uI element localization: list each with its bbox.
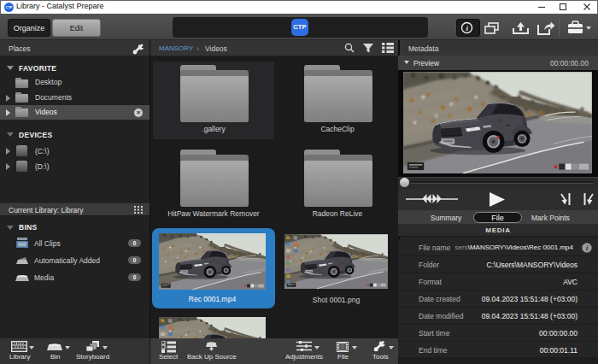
svg-text:i: i [466,24,469,32]
